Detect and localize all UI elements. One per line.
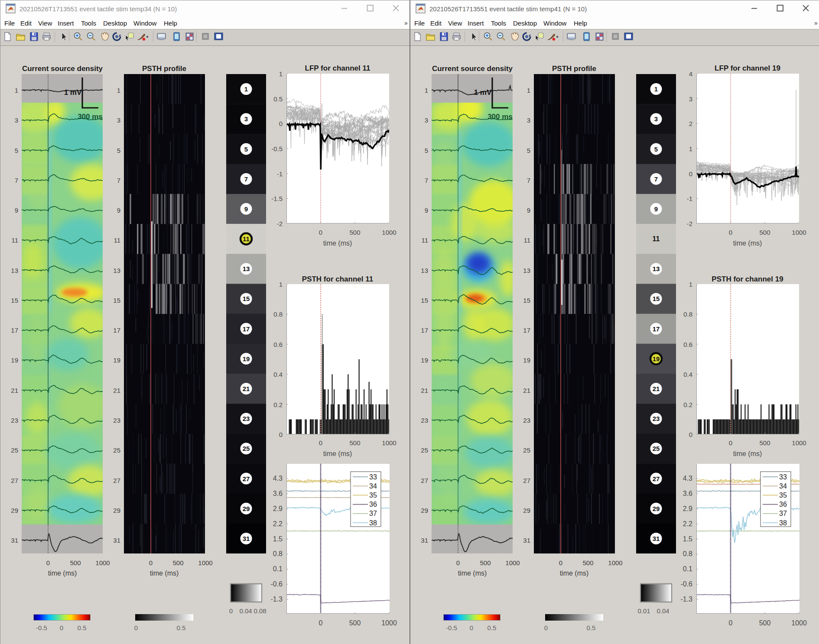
svg-text:34: 34 — [779, 482, 787, 490]
svg-text:37: 37 — [779, 510, 787, 517]
svg-text:9: 9 — [654, 205, 658, 213]
svg-text:5: 5 — [244, 146, 248, 153]
svg-text:17: 17 — [653, 325, 660, 333]
svg-text:29: 29 — [243, 505, 250, 512]
svg-text:23: 23 — [653, 415, 660, 422]
svg-text:21: 21 — [653, 385, 660, 392]
svg-text:5: 5 — [654, 146, 658, 153]
svg-text:300 ms: 300 ms — [78, 113, 103, 121]
svg-text:1 mV: 1 mV — [64, 88, 82, 97]
svg-text:36: 36 — [369, 501, 377, 508]
svg-text:11: 11 — [243, 235, 250, 243]
svg-text:13: 13 — [653, 265, 660, 272]
svg-text:29: 29 — [653, 505, 660, 512]
svg-text:37: 37 — [369, 510, 377, 517]
svg-text:1 mV: 1 mV — [474, 88, 492, 97]
svg-text:33: 33 — [779, 473, 787, 481]
svg-text:38: 38 — [779, 519, 787, 527]
svg-text:1: 1 — [654, 85, 658, 93]
svg-text:21: 21 — [243, 385, 250, 392]
svg-text:15: 15 — [243, 295, 250, 302]
svg-text:17: 17 — [243, 325, 250, 333]
svg-text:38: 38 — [369, 519, 377, 527]
svg-text:1: 1 — [244, 85, 248, 93]
svg-text:34: 34 — [369, 482, 377, 490]
svg-text:36: 36 — [779, 501, 787, 508]
svg-text:33: 33 — [369, 473, 377, 481]
svg-text:9: 9 — [244, 205, 248, 213]
svg-text:11: 11 — [653, 235, 660, 243]
svg-text:27: 27 — [653, 475, 660, 482]
svg-text:35: 35 — [369, 492, 377, 499]
svg-text:7: 7 — [244, 175, 248, 183]
svg-text:19: 19 — [653, 355, 660, 362]
svg-text:3: 3 — [244, 115, 248, 123]
svg-text:27: 27 — [243, 475, 250, 482]
svg-text:31: 31 — [243, 535, 250, 542]
svg-text:19: 19 — [243, 355, 250, 362]
svg-text:31: 31 — [653, 535, 660, 542]
svg-text:300 ms: 300 ms — [488, 113, 513, 121]
svg-text:25: 25 — [243, 445, 250, 452]
svg-text:35: 35 — [779, 492, 787, 499]
svg-text:25: 25 — [653, 445, 660, 452]
svg-text:3: 3 — [654, 115, 658, 123]
svg-text:15: 15 — [653, 295, 660, 302]
svg-text:7: 7 — [654, 175, 658, 183]
svg-text:23: 23 — [243, 415, 250, 422]
svg-text:13: 13 — [243, 265, 250, 272]
